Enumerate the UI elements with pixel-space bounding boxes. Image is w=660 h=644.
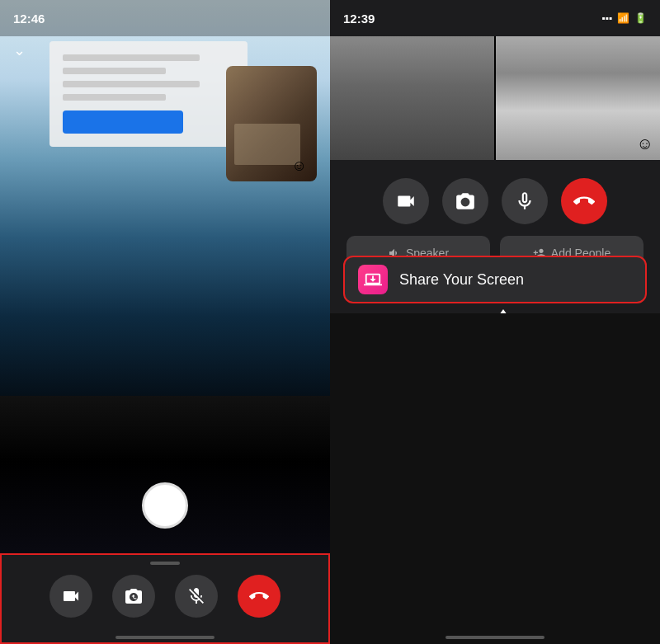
screen-share-content xyxy=(50,41,248,147)
battery-icon: 🔋 xyxy=(634,12,647,24)
right-status-icons: ▪▪▪ 📶 🔋 xyxy=(601,12,647,24)
drag-indicator xyxy=(150,562,180,565)
video-thumb-left xyxy=(330,36,494,160)
left-dark-area xyxy=(0,396,330,561)
left-controls-bar xyxy=(0,553,330,644)
right-mic-button[interactable] xyxy=(502,178,548,224)
pip-video: ☺️ xyxy=(226,66,317,181)
form-line-3 xyxy=(63,81,200,87)
right-flip-button[interactable] xyxy=(442,178,488,224)
right-camera-icon xyxy=(395,190,417,212)
thumb-content-right xyxy=(496,36,660,160)
right-end-call-button[interactable] xyxy=(561,178,607,224)
end-call-button[interactable] xyxy=(238,575,280,618)
chevron-down-icon[interactable]: ⌄ xyxy=(13,41,26,59)
right-end-call-icon xyxy=(573,190,595,212)
shutter-button[interactable] xyxy=(142,482,188,529)
right-time: 12:39 xyxy=(343,12,375,26)
mute-icon xyxy=(186,586,206,606)
left-main-video xyxy=(0,0,330,396)
camera-button[interactable] xyxy=(50,575,92,618)
form-line-4 xyxy=(63,94,166,101)
mute-button[interactable] xyxy=(175,575,218,618)
signal-icon: ▪▪▪ xyxy=(601,12,612,24)
left-status-bar: 12:46 xyxy=(0,0,330,36)
video-thumb-right: ☺️ xyxy=(496,36,660,160)
end-call-icon xyxy=(249,586,269,606)
right-top-videos: ☺️ xyxy=(330,36,660,160)
form-line-1 xyxy=(63,54,200,61)
thumb-emoji: ☺️ xyxy=(637,134,653,153)
right-status-bar: 12:39 ▪▪▪ 📶 🔋 xyxy=(330,0,660,36)
share-screen-row[interactable]: Share Your Screen xyxy=(343,256,647,303)
flip-camera-icon xyxy=(124,586,144,606)
wifi-icon: 📶 xyxy=(617,12,629,24)
share-screen-label: Share Your Screen xyxy=(399,271,524,289)
thumb-content-left xyxy=(330,36,494,160)
left-button-row xyxy=(50,575,280,618)
right-camera-button[interactable] xyxy=(383,178,429,224)
desk-shape xyxy=(234,124,300,165)
share-screen-icon xyxy=(364,270,382,289)
share-screen-icon-circle xyxy=(358,265,388,294)
right-mic-icon xyxy=(514,190,535,212)
call-button-row xyxy=(346,178,644,224)
right-home-indicator xyxy=(446,636,544,639)
left-phone: 12:46 ☺️ ⌄ xyxy=(0,0,330,644)
right-bottom-dark xyxy=(330,313,660,644)
flip-camera-button[interactable] xyxy=(112,575,155,618)
left-home-indicator xyxy=(116,636,214,639)
left-time: 12:46 xyxy=(13,12,45,26)
pip-emoji: ☺️ xyxy=(292,157,307,175)
form-line-2 xyxy=(63,68,166,74)
camera-icon xyxy=(61,586,81,606)
form-button-shape xyxy=(63,110,183,134)
right-phone: 12:39 ▪▪▪ 📶 🔋 ☺️ xyxy=(330,0,660,644)
right-flip-icon xyxy=(455,190,476,212)
